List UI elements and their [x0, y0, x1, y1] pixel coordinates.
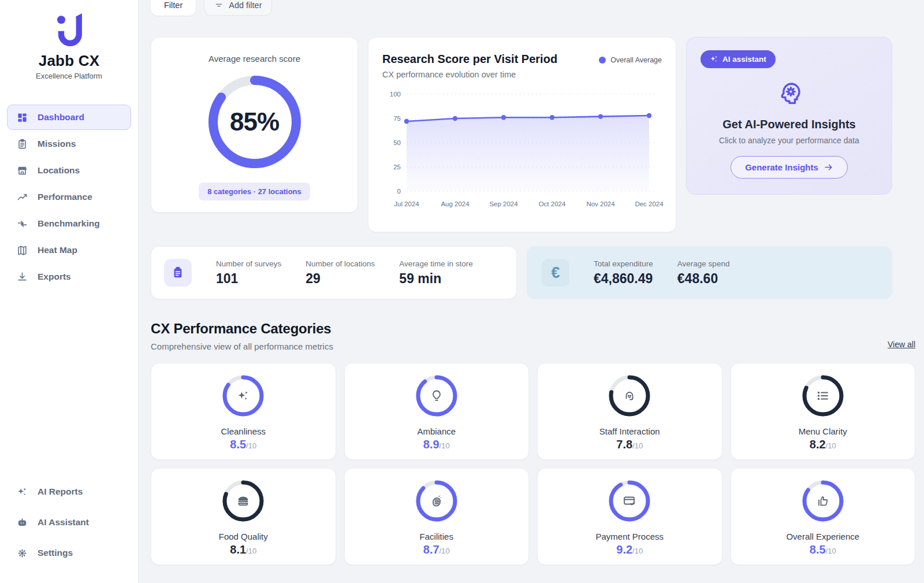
category-card-cleanliness[interactable]: Cleanliness 8.5/10 [151, 363, 336, 460]
hand-wash-icon [415, 479, 459, 523]
category-score: 8.1 [230, 543, 246, 556]
sidebar-item-settings[interactable]: Settings [7, 540, 131, 566]
compare-arrows-icon [16, 218, 28, 229]
list-icon [801, 374, 845, 418]
category-card-staff-interaction[interactable]: Staff Interaction 7.8/10 [537, 363, 722, 460]
category-score-max: /10 [826, 547, 836, 555]
download-icon [16, 271, 28, 283]
category-card-facilities[interactable]: Facilities 8.7/10 [344, 468, 530, 565]
stat-value: €4,860.49 [594, 271, 653, 287]
stat-label: Average time in store [399, 259, 472, 268]
category-card-food-quality[interactable]: Food Quality 8.1/10 [151, 468, 336, 565]
category-score-max: /10 [246, 441, 256, 450]
sidebar-item-exports[interactable]: Exports [7, 264, 131, 289]
stat-value: 29 [305, 271, 375, 287]
generate-insights-label: Generate Insights [745, 162, 818, 172]
stat-label: Number of locations [305, 259, 375, 268]
category-score-max: /10 [632, 547, 643, 555]
robot-icon [16, 517, 28, 528]
category-ring [415, 374, 459, 418]
category-score-max: /10 [246, 547, 256, 555]
ai-insights-card: AI assistant Get AI-Powered Insights Cli… [686, 37, 892, 195]
sidebar-item-dashboard[interactable]: Dashboard [7, 105, 131, 130]
storefront-icon [16, 165, 28, 176]
sidebar-item-ai-assistant[interactable]: AI Assistant [7, 510, 131, 535]
gear-icon [16, 547, 28, 559]
svg-text:Aug 2024: Aug 2024 [441, 200, 470, 207]
legend-label: Overall Average [610, 56, 662, 64]
category-name: Menu Clarity [799, 426, 847, 436]
category-name: Facilities [420, 532, 453, 541]
brand-tagline: Excellence Platform [7, 72, 131, 80]
legend-dot-icon [599, 57, 606, 64]
expenditure-card: € Total expenditure €4,860.49 Average sp… [527, 246, 892, 299]
view-all-link[interactable]: View all [888, 340, 915, 349]
add-filter-button[interactable]: Add filter [204, 0, 272, 16]
filter-lines-icon [214, 1, 223, 10]
category-score-max: /10 [439, 547, 450, 555]
sidebar-item-label: AI Assistant [38, 517, 89, 528]
category-ring [608, 479, 651, 523]
category-ring [415, 479, 459, 523]
sparkles-icon [710, 55, 718, 64]
sidebar-item-ai-reports[interactable]: AI Reports [7, 479, 131, 504]
svg-text:Sep 2024: Sep 2024 [489, 200, 518, 207]
stats-row: Number of surveys 101 Number of location… [151, 246, 915, 299]
sidebar-item-label: Missions [38, 139, 76, 149]
category-score: 8.5 [230, 438, 246, 451]
euro-icon: € [542, 259, 569, 287]
survey-stats-card: Number of surveys 101 Number of location… [151, 246, 517, 299]
filter-bar: Filter Add filter [151, 0, 915, 16]
category-score-max: /10 [826, 441, 836, 450]
line-chart: 0255075100Jul 2024Aug 2024Sep 2024Oct 20… [382, 87, 663, 212]
generate-insights-button[interactable]: Generate Insights [731, 156, 848, 179]
category-card-menu-clarity[interactable]: Menu Clarity 8.2/10 [731, 363, 916, 460]
score-card-title: Average research score [208, 54, 300, 64]
categories-subtitle: Comprehensive view of all performance me… [151, 341, 333, 351]
sidebar-item-benchmarking[interactable]: Benchmarking [7, 211, 131, 236]
category-name: Payment Process [595, 532, 664, 541]
chart-title: Research Score per Visit Period [382, 53, 557, 66]
trending-up-icon [16, 191, 28, 203]
category-score: 7.8 [616, 438, 632, 451]
support-agent-icon [608, 374, 651, 418]
brand-name: Jabb CX [7, 52, 131, 70]
sidebar-item-label: Benchmarking [38, 218, 100, 229]
sidebar-footer: AI Reports AI Assistant Settings [7, 479, 131, 566]
stat-value: 101 [216, 271, 281, 287]
stat-value: €48.60 [677, 271, 730, 287]
category-score: 8.9 [423, 438, 439, 451]
average-score-card: Average research score 85% 8 categories … [151, 37, 358, 213]
stat-label: Average spend [677, 259, 730, 268]
average-score-value: 85% [206, 73, 304, 171]
category-name: Staff Interaction [599, 426, 660, 436]
lightbulb-icon [415, 374, 459, 418]
category-card-ambiance[interactable]: Ambiance 8.9/10 [344, 363, 530, 460]
category-card-overall-experience[interactable]: Overall Experience 8.5/10 [731, 468, 916, 565]
filter-button[interactable]: Filter [151, 0, 196, 16]
score-coverage-badge: 8 categories · 27 locations [199, 183, 310, 200]
category-name: Ambiance [417, 426, 456, 436]
category-ring [221, 374, 265, 418]
svg-text:Oct 2024: Oct 2024 [539, 200, 566, 207]
category-score-max: /10 [439, 441, 450, 450]
stat-label: Number of surveys [216, 259, 281, 268]
top-cards-row: Average research score 85% 8 categories … [151, 37, 915, 232]
category-score: 8.5 [810, 543, 826, 556]
sidebar-item-label: Dashboard [38, 112, 84, 122]
svg-text:50: 50 [393, 139, 401, 146]
brand-logo [7, 12, 131, 47]
head-gear-icon [776, 81, 803, 109]
sidebar-item-heat-map[interactable]: Heat Map [7, 237, 131, 263]
category-card-payment-process[interactable]: Payment Process 9.2/10 [537, 468, 722, 565]
sidebar: Jabb CX Excellence Platform Dashboard Mi… [0, 0, 139, 583]
sidebar-item-missions[interactable]: Missions [7, 131, 131, 157]
svg-text:Nov 2024: Nov 2024 [586, 200, 615, 207]
stat-surveys: Number of surveys 101 [216, 259, 281, 287]
categories-grid: Cleanliness 8.5/10 Ambiance 8.9/10 Staff… [151, 363, 915, 565]
ai-assistant-badge[interactable]: AI assistant [701, 50, 776, 68]
sparkles-icon [221, 374, 265, 418]
map-icon [16, 244, 28, 256]
sidebar-item-locations[interactable]: Locations [7, 158, 131, 183]
sidebar-item-performance[interactable]: Performance [7, 184, 131, 210]
